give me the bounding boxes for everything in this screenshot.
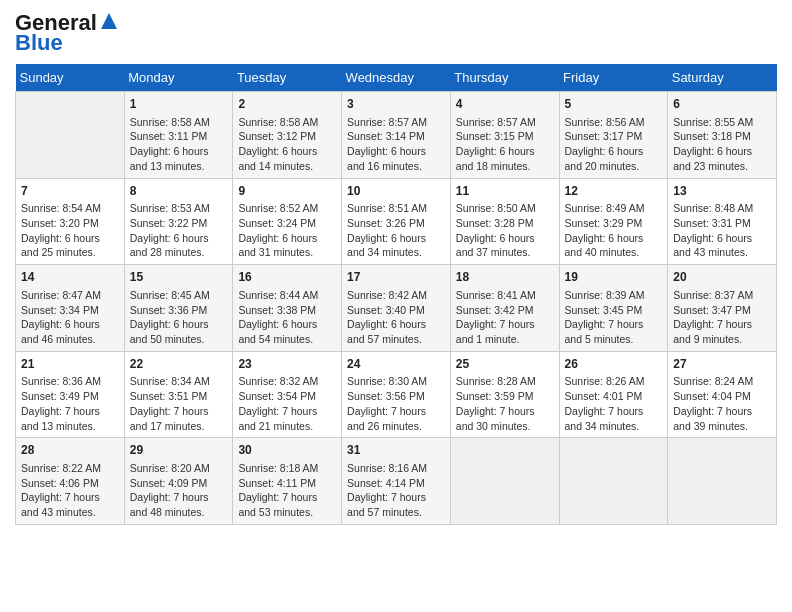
calendar-week-row: 28Sunrise: 8:22 AMSunset: 4:06 PMDayligh… <box>16 438 777 525</box>
weekday-header-saturday: Saturday <box>668 64 777 92</box>
day-number: 10 <box>347 183 445 200</box>
day-number: 17 <box>347 269 445 286</box>
calendar-table: SundayMondayTuesdayWednesdayThursdayFrid… <box>15 64 777 525</box>
weekday-header-row: SundayMondayTuesdayWednesdayThursdayFrid… <box>16 64 777 92</box>
weekday-header-thursday: Thursday <box>450 64 559 92</box>
day-info: Sunrise: 8:28 AMSunset: 3:59 PMDaylight:… <box>456 374 554 433</box>
day-info: Sunrise: 8:42 AMSunset: 3:40 PMDaylight:… <box>347 288 445 347</box>
day-number: 16 <box>238 269 336 286</box>
day-number: 18 <box>456 269 554 286</box>
calendar-day-31: 31Sunrise: 8:16 AMSunset: 4:14 PMDayligh… <box>342 438 451 525</box>
day-info: Sunrise: 8:58 AMSunset: 3:11 PMDaylight:… <box>130 115 228 174</box>
day-number: 1 <box>130 96 228 113</box>
weekday-header-friday: Friday <box>559 64 668 92</box>
day-info: Sunrise: 8:30 AMSunset: 3:56 PMDaylight:… <box>347 374 445 433</box>
day-number: 7 <box>21 183 119 200</box>
day-number: 29 <box>130 442 228 459</box>
calendar-day-6: 6Sunrise: 8:55 AMSunset: 3:18 PMDaylight… <box>668 92 777 179</box>
calendar-week-row: 7Sunrise: 8:54 AMSunset: 3:20 PMDaylight… <box>16 178 777 265</box>
calendar-day-29: 29Sunrise: 8:20 AMSunset: 4:09 PMDayligh… <box>124 438 233 525</box>
day-number: 5 <box>565 96 663 113</box>
day-info: Sunrise: 8:45 AMSunset: 3:36 PMDaylight:… <box>130 288 228 347</box>
calendar-day-27: 27Sunrise: 8:24 AMSunset: 4:04 PMDayligh… <box>668 351 777 438</box>
day-number: 19 <box>565 269 663 286</box>
day-info: Sunrise: 8:41 AMSunset: 3:42 PMDaylight:… <box>456 288 554 347</box>
calendar-day-empty <box>668 438 777 525</box>
day-number: 26 <box>565 356 663 373</box>
calendar-day-28: 28Sunrise: 8:22 AMSunset: 4:06 PMDayligh… <box>16 438 125 525</box>
calendar-day-16: 16Sunrise: 8:44 AMSunset: 3:38 PMDayligh… <box>233 265 342 352</box>
day-info: Sunrise: 8:32 AMSunset: 3:54 PMDaylight:… <box>238 374 336 433</box>
calendar-body: 1Sunrise: 8:58 AMSunset: 3:11 PMDaylight… <box>16 92 777 525</box>
day-number: 15 <box>130 269 228 286</box>
day-number: 11 <box>456 183 554 200</box>
calendar-day-14: 14Sunrise: 8:47 AMSunset: 3:34 PMDayligh… <box>16 265 125 352</box>
day-info: Sunrise: 8:57 AMSunset: 3:15 PMDaylight:… <box>456 115 554 174</box>
day-info: Sunrise: 8:16 AMSunset: 4:14 PMDaylight:… <box>347 461 445 520</box>
day-number: 2 <box>238 96 336 113</box>
day-info: Sunrise: 8:26 AMSunset: 4:01 PMDaylight:… <box>565 374 663 433</box>
day-number: 31 <box>347 442 445 459</box>
day-info: Sunrise: 8:37 AMSunset: 3:47 PMDaylight:… <box>673 288 771 347</box>
calendar-day-24: 24Sunrise: 8:30 AMSunset: 3:56 PMDayligh… <box>342 351 451 438</box>
calendar-day-15: 15Sunrise: 8:45 AMSunset: 3:36 PMDayligh… <box>124 265 233 352</box>
calendar-day-23: 23Sunrise: 8:32 AMSunset: 3:54 PMDayligh… <box>233 351 342 438</box>
calendar-day-20: 20Sunrise: 8:37 AMSunset: 3:47 PMDayligh… <box>668 265 777 352</box>
calendar-day-7: 7Sunrise: 8:54 AMSunset: 3:20 PMDaylight… <box>16 178 125 265</box>
calendar-day-11: 11Sunrise: 8:50 AMSunset: 3:28 PMDayligh… <box>450 178 559 265</box>
day-info: Sunrise: 8:53 AMSunset: 3:22 PMDaylight:… <box>130 201 228 260</box>
day-info: Sunrise: 8:39 AMSunset: 3:45 PMDaylight:… <box>565 288 663 347</box>
day-info: Sunrise: 8:24 AMSunset: 4:04 PMDaylight:… <box>673 374 771 433</box>
calendar-day-empty <box>16 92 125 179</box>
day-info: Sunrise: 8:56 AMSunset: 3:17 PMDaylight:… <box>565 115 663 174</box>
day-number: 23 <box>238 356 336 373</box>
day-number: 25 <box>456 356 554 373</box>
day-info: Sunrise: 8:18 AMSunset: 4:11 PMDaylight:… <box>238 461 336 520</box>
day-number: 3 <box>347 96 445 113</box>
day-info: Sunrise: 8:58 AMSunset: 3:12 PMDaylight:… <box>238 115 336 174</box>
day-number: 28 <box>21 442 119 459</box>
weekday-header-monday: Monday <box>124 64 233 92</box>
logo-arrow-icon <box>99 11 119 35</box>
calendar-day-26: 26Sunrise: 8:26 AMSunset: 4:01 PMDayligh… <box>559 351 668 438</box>
calendar-day-12: 12Sunrise: 8:49 AMSunset: 3:29 PMDayligh… <box>559 178 668 265</box>
day-number: 22 <box>130 356 228 373</box>
calendar-day-25: 25Sunrise: 8:28 AMSunset: 3:59 PMDayligh… <box>450 351 559 438</box>
day-info: Sunrise: 8:54 AMSunset: 3:20 PMDaylight:… <box>21 201 119 260</box>
day-info: Sunrise: 8:22 AMSunset: 4:06 PMDaylight:… <box>21 461 119 520</box>
day-info: Sunrise: 8:55 AMSunset: 3:18 PMDaylight:… <box>673 115 771 174</box>
day-info: Sunrise: 8:44 AMSunset: 3:38 PMDaylight:… <box>238 288 336 347</box>
day-info: Sunrise: 8:49 AMSunset: 3:29 PMDaylight:… <box>565 201 663 260</box>
calendar-day-5: 5Sunrise: 8:56 AMSunset: 3:17 PMDaylight… <box>559 92 668 179</box>
calendar-day-21: 21Sunrise: 8:36 AMSunset: 3:49 PMDayligh… <box>16 351 125 438</box>
day-info: Sunrise: 8:36 AMSunset: 3:49 PMDaylight:… <box>21 374 119 433</box>
page-header: General Blue <box>15 10 777 56</box>
calendar-day-19: 19Sunrise: 8:39 AMSunset: 3:45 PMDayligh… <box>559 265 668 352</box>
day-info: Sunrise: 8:47 AMSunset: 3:34 PMDaylight:… <box>21 288 119 347</box>
calendar-day-18: 18Sunrise: 8:41 AMSunset: 3:42 PMDayligh… <box>450 265 559 352</box>
day-number: 20 <box>673 269 771 286</box>
calendar-header: SundayMondayTuesdayWednesdayThursdayFrid… <box>16 64 777 92</box>
day-number: 30 <box>238 442 336 459</box>
calendar-day-8: 8Sunrise: 8:53 AMSunset: 3:22 PMDaylight… <box>124 178 233 265</box>
calendar-day-3: 3Sunrise: 8:57 AMSunset: 3:14 PMDaylight… <box>342 92 451 179</box>
calendar-day-empty <box>559 438 668 525</box>
calendar-day-13: 13Sunrise: 8:48 AMSunset: 3:31 PMDayligh… <box>668 178 777 265</box>
calendar-day-17: 17Sunrise: 8:42 AMSunset: 3:40 PMDayligh… <box>342 265 451 352</box>
day-number: 21 <box>21 356 119 373</box>
day-info: Sunrise: 8:50 AMSunset: 3:28 PMDaylight:… <box>456 201 554 260</box>
day-number: 8 <box>130 183 228 200</box>
calendar-day-22: 22Sunrise: 8:34 AMSunset: 3:51 PMDayligh… <box>124 351 233 438</box>
day-number: 9 <box>238 183 336 200</box>
day-info: Sunrise: 8:48 AMSunset: 3:31 PMDaylight:… <box>673 201 771 260</box>
calendar-day-2: 2Sunrise: 8:58 AMSunset: 3:12 PMDaylight… <box>233 92 342 179</box>
calendar-week-row: 21Sunrise: 8:36 AMSunset: 3:49 PMDayligh… <box>16 351 777 438</box>
logo: General Blue <box>15 10 119 56</box>
weekday-header-sunday: Sunday <box>16 64 125 92</box>
calendar-day-empty <box>450 438 559 525</box>
day-number: 27 <box>673 356 771 373</box>
day-info: Sunrise: 8:34 AMSunset: 3:51 PMDaylight:… <box>130 374 228 433</box>
calendar-week-row: 14Sunrise: 8:47 AMSunset: 3:34 PMDayligh… <box>16 265 777 352</box>
calendar-day-10: 10Sunrise: 8:51 AMSunset: 3:26 PMDayligh… <box>342 178 451 265</box>
day-info: Sunrise: 8:57 AMSunset: 3:14 PMDaylight:… <box>347 115 445 174</box>
